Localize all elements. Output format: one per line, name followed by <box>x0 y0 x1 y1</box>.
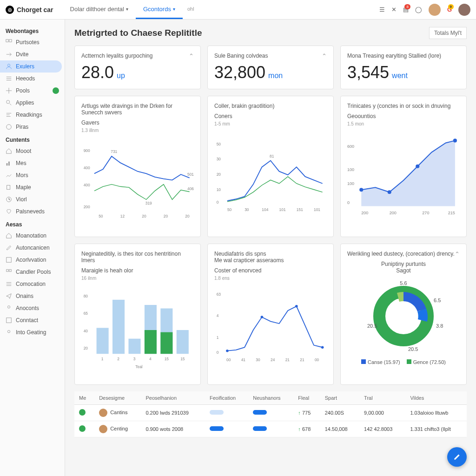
svg-point-3 <box>7 100 10 104</box>
sidebar-item-autoncanicen[interactable]: Autoncanicen <box>0 242 65 254</box>
svg-rect-63 <box>177 330 189 354</box>
profile-icon[interactable]: ◯ <box>415 6 422 13</box>
svg-text:50: 50 <box>99 214 103 218</box>
svg-rect-7 <box>7 185 10 190</box>
person-icon <box>6 329 12 336</box>
up-arrow-icon: ↑ <box>298 410 302 416</box>
sidebar-item-comocation[interactable]: Comocation <box>0 278 65 290</box>
avatar-1[interactable] <box>429 4 441 16</box>
svg-text:100: 100 <box>347 181 354 186</box>
col-tral[interactable]: Tral <box>359 391 405 405</box>
filter-dropdown[interactable]: Totals Myl't <box>429 27 467 39</box>
sidebar-item-pools[interactable]: Pools <box>0 85 65 97</box>
sidebar-item-purtsotes[interactable]: Purtsotes <box>0 36 65 48</box>
sidebar-item-mors[interactable]: Mors <box>0 169 65 181</box>
sidebar-item-mes[interactable]: Mes <box>0 157 65 169</box>
tab-ohl[interactable]: ohl <box>183 0 199 19</box>
sidebar-item-mooot[interactable]: Mooot <box>0 145 65 157</box>
sidebar: Webontages Purtsotes Dvite Exulers Heeod… <box>0 20 65 476</box>
sidebar-item-conntact[interactable]: Conntact <box>0 314 65 326</box>
col-peoselhanion[interactable]: Peoselhanion <box>141 391 205 405</box>
check-icon <box>79 425 86 432</box>
col-feoification[interactable]: Feoification <box>205 391 248 405</box>
send-icon <box>6 293 12 299</box>
col-me[interactable]: Me <box>74 391 94 405</box>
progress-pill <box>210 426 224 431</box>
svg-rect-1 <box>9 40 12 42</box>
app-name: Chorget car <box>17 6 53 13</box>
sidebar-section-cuntents: Cuntents <box>0 133 65 145</box>
app-logo[interactable]: ◎ Chorget car <box>6 6 53 14</box>
collapse-icon[interactable]: ⌃ <box>455 251 460 258</box>
kpi-value: 3,545went <box>347 63 460 82</box>
svg-point-45 <box>388 190 391 194</box>
list-icon <box>6 281 12 287</box>
line-chart-1: 900400400200 731501 319406 5012202020 <box>81 136 194 229</box>
home-icon <box>6 148 12 154</box>
svg-point-77 <box>295 305 298 308</box>
svg-point-44 <box>359 188 363 192</box>
sidebar-item-applies[interactable]: Applies <box>0 97 65 109</box>
svg-text:200: 200 <box>390 211 397 215</box>
fab-button[interactable] <box>447 447 467 467</box>
svg-text:600: 600 <box>347 144 354 149</box>
kpi-card-1: ⌃ Actternch leyalits gurpoching 28.0up <box>74 46 201 89</box>
close-icon[interactable]: ✕ <box>391 6 397 13</box>
sidebar-item-candler-pools[interactable]: Candler Pools <box>0 266 65 278</box>
svg-text:900: 900 <box>84 148 90 153</box>
sidebar-item-moanotation[interactable]: Moanotation <box>0 230 65 242</box>
svg-rect-58 <box>128 339 140 354</box>
svg-text:81: 81 <box>270 154 274 159</box>
sidebar-item-acorlvvation[interactable]: Acorlvvation <box>0 254 65 266</box>
row-avatar <box>99 425 107 433</box>
col-spart[interactable]: Spart <box>320 391 359 405</box>
svg-text:20: 20 <box>84 346 88 350</box>
sidebar-item-readkings[interactable]: Readkings <box>0 109 65 121</box>
sidebar-item-onains[interactable]: Onains <box>0 290 65 302</box>
collapse-icon[interactable]: ⌃ <box>189 53 194 60</box>
sidebar-item-palsneveds[interactable]: Palsneveds <box>0 205 65 218</box>
sidebar-item-anoconts[interactable]: Anoconts <box>0 302 65 314</box>
notification-icon[interactable]: ▤8 <box>403 6 409 13</box>
tab-gcontords[interactable]: Gcontords▾ <box>136 0 183 19</box>
svg-text:215: 215 <box>448 211 455 215</box>
svg-text:501: 501 <box>187 172 194 177</box>
sidebar-item-exulers[interactable]: Exulers <box>0 60 62 73</box>
svg-text:4: 4 <box>217 313 219 318</box>
topbar: ◎ Chorget car Dolar dilthoer dental▾ Gco… <box>0 0 476 20</box>
svg-text:20: 20 <box>217 172 221 177</box>
top-tabs: Dolar dilthoer dental▾ Gcontords▾ ohl <box>63 0 199 19</box>
sidebar-item-heeods[interactable]: Heeods <box>0 73 65 85</box>
menu-icon[interactable]: ☰ <box>379 6 385 13</box>
table-row[interactable]: Cantins 0.200 lwds 291039 ↑ 775 240.00S … <box>74 405 467 421</box>
chart-card-2: Coller, brakin graotlition) Coners 1-5 m… <box>207 96 334 237</box>
col-fleal[interactable]: Fleal <box>293 391 320 405</box>
table-row[interactable]: Centing 0.900 wots 2008 ↑ 678 14.50,008 … <box>74 421 467 437</box>
kpi-value: 28.0up <box>81 63 194 82</box>
svg-text:100: 100 <box>347 167 354 172</box>
table-header-row: Me Desesigme Peoselhanion Feoification N… <box>74 391 467 405</box>
chevron-down-icon: ▾ <box>173 7 175 12</box>
svg-text:80: 80 <box>84 294 88 298</box>
col-vildes[interactable]: Vildes <box>405 391 467 405</box>
tab-dolar[interactable]: Dolar dilthoer dental▾ <box>63 0 136 19</box>
sidebar-item-into-geating[interactable]: Into Geating <box>0 326 65 338</box>
svg-text:400: 400 <box>84 183 90 187</box>
up-arrow-icon: ↑ <box>298 426 302 432</box>
sidebar-item-maple[interactable]: Maple <box>0 181 65 193</box>
bars-icon <box>6 160 12 166</box>
kpi-value: 32,800mon <box>214 63 327 82</box>
sidebar-item-piras[interactable]: Piras <box>0 121 65 133</box>
box-icon <box>6 257 12 263</box>
sidebar-item-viorl[interactable]: Viorl <box>0 193 65 205</box>
svg-point-46 <box>416 165 419 168</box>
grid-icon <box>6 269 12 275</box>
col-desesigme[interactable]: Desesigme <box>94 391 141 405</box>
svg-text:4: 4 <box>149 357 152 361</box>
google-icon[interactable]: G9 <box>447 6 452 13</box>
col-neushanors[interactable]: Neushanors <box>248 391 293 405</box>
svg-text:10: 10 <box>217 187 221 192</box>
collapse-icon[interactable]: ⌃ <box>322 53 327 60</box>
sidebar-item-dvite[interactable]: Dvite <box>0 48 65 60</box>
avatar-2[interactable] <box>458 4 470 16</box>
